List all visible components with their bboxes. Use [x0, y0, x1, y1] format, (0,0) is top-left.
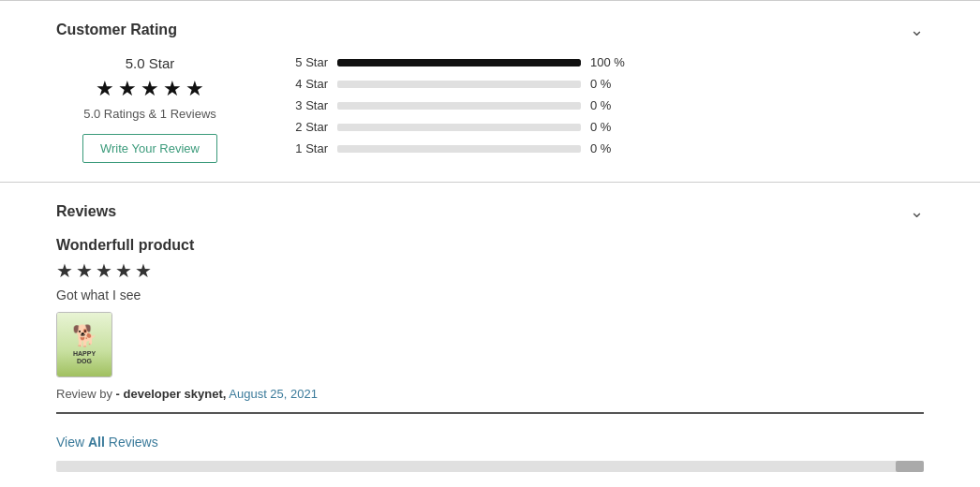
review-star-1: ★	[56, 259, 73, 282]
bar-row-4: 2 Star0 %	[281, 120, 924, 134]
customer-rating-title: Customer Rating	[56, 22, 177, 38]
bar-track-2	[337, 81, 581, 88]
reviews-section: Reviews ⌄ Wonderfull product ★ ★ ★ ★ ★ G…	[0, 182, 980, 423]
bar-fill-1	[337, 59, 581, 66]
bar-track-3	[337, 102, 581, 110]
bar-pct-1: 100 %	[590, 55, 628, 69]
review-product-title: Wonderfull product	[56, 237, 924, 254]
reviews-header: Reviews ⌄	[56, 201, 924, 222]
review-by-date: August 25, 2021	[229, 387, 318, 401]
rating-count: 5.0 Ratings & 1 Reviews	[83, 107, 216, 121]
rating-content: 5.0 Star ★ ★ ★ ★ ★ 5.0 Ratings & 1 Revie…	[56, 55, 924, 163]
bar-label-1: 5 Star	[281, 55, 328, 69]
bar-track-5	[337, 145, 581, 153]
bar-row-1: 5 Star100 %	[281, 55, 924, 69]
review-product-image: 🐕 HAPPYDOG	[56, 312, 112, 377]
review-divider	[56, 412, 924, 414]
view-all-label: All	[88, 435, 105, 450]
review-image-label: HAPPYDOG	[73, 350, 96, 366]
write-review-button[interactable]: Write Your Review	[82, 134, 217, 163]
review-star-2: ★	[76, 259, 93, 282]
star-3: ★	[141, 77, 159, 101]
review-attribution: Review by - developer skynet, August 25,…	[56, 387, 924, 401]
customer-rating-section: Customer Rating ⌄ 5.0 Star ★ ★ ★ ★ ★ 5.0…	[0, 0, 980, 182]
bar-row-5: 1 Star0 %	[281, 141, 924, 155]
bar-label-3: 3 Star	[281, 98, 328, 112]
bar-label-5: 1 Star	[281, 141, 328, 155]
rating-left: 5.0 Star ★ ★ ★ ★ ★ 5.0 Ratings & 1 Revie…	[56, 55, 244, 163]
star-1: ★	[96, 77, 114, 101]
review-by-prefix: Review by	[56, 387, 112, 401]
review-comment: Got what I see	[56, 288, 924, 303]
reviews-title: Reviews	[56, 203, 116, 220]
bar-pct-2: 0 %	[590, 77, 628, 91]
view-all-prefix: View	[56, 435, 88, 450]
star-4: ★	[163, 77, 182, 101]
bar-pct-3: 0 %	[590, 98, 628, 112]
scrollbar-track[interactable]	[56, 461, 924, 472]
reviews-chevron[interactable]: ⌄	[910, 201, 924, 222]
bar-row-3: 3 Star0 %	[281, 98, 924, 112]
customer-rating-header: Customer Rating ⌄	[56, 20, 924, 40]
star-2: ★	[118, 77, 137, 101]
view-all-reviews: View All Reviews	[0, 423, 980, 455]
rating-stars: ★ ★ ★ ★ ★	[96, 77, 204, 101]
review-star-5: ★	[135, 259, 152, 282]
review-star-3: ★	[96, 259, 112, 282]
customer-rating-chevron[interactable]: ⌄	[910, 20, 924, 40]
bar-track-4	[337, 124, 581, 131]
bar-track-1	[337, 59, 581, 66]
bar-row-2: 4 Star0 %	[281, 77, 924, 91]
bar-pct-4: 0 %	[590, 120, 628, 134]
review-star-4: ★	[115, 259, 132, 282]
bar-label-2: 4 Star	[281, 77, 328, 91]
scrollbar-thumb[interactable]	[896, 461, 924, 472]
bar-pct-5: 0 %	[590, 141, 628, 155]
star-5: ★	[186, 77, 204, 101]
dog-icon: 🐕	[72, 324, 97, 348]
review-by-name: - developer skynet,	[116, 387, 227, 401]
view-all-link[interactable]: View All Reviews	[56, 435, 158, 450]
rating-bars: 5 Star100 %4 Star0 %3 Star0 %2 Star0 %1 …	[281, 55, 924, 163]
bar-label-4: 2 Star	[281, 120, 328, 134]
view-all-suffix: Reviews	[105, 435, 158, 450]
rating-score: 5.0 Star	[126, 55, 175, 71]
review-stars: ★ ★ ★ ★ ★	[56, 259, 924, 282]
